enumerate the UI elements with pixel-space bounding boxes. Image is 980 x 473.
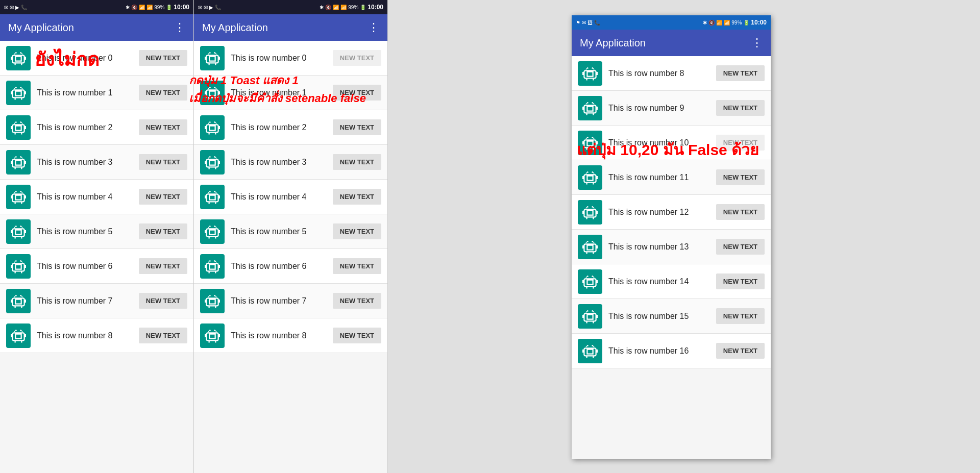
list-item: This is row number 6NEW TEXT xyxy=(0,249,193,284)
app-title-1: My Application xyxy=(8,22,74,34)
new-text-button[interactable]: NEW TEXT xyxy=(139,189,187,205)
wifi-icon-3: 📶 xyxy=(716,20,722,26)
android-icon xyxy=(578,339,602,363)
new-text-button[interactable]: NEW TEXT xyxy=(716,343,765,359)
phone-screen-3: ⚑ ✉ 🖼 📞 ✱ 🔇 📶 📶 99% 🔋 10:00 My Applicati… xyxy=(572,15,771,459)
new-text-button[interactable]: NEW TEXT xyxy=(333,154,381,170)
android-icon xyxy=(6,323,31,348)
list-item: This is row number 12NEW TEXT xyxy=(572,195,771,230)
status-right-icons-1: ✱ 🔇 📶 📶 99% 🔋 10:00 xyxy=(126,4,189,11)
new-text-button[interactable]: NEW TEXT xyxy=(139,223,187,239)
new-text-button[interactable]: NEW TEXT xyxy=(716,100,765,116)
envelope-icon-2: ✉ xyxy=(198,5,202,10)
item-text: This is row number 6 xyxy=(231,262,333,271)
item-text: This is row number 8 xyxy=(608,69,716,78)
new-text-button[interactable]: NEW TEXT xyxy=(716,273,765,289)
list-container-2: This is row number 0NEW TEXT This is row… xyxy=(194,41,387,473)
new-text-button[interactable]: NEW TEXT xyxy=(139,258,187,274)
message-icon: ✉ xyxy=(10,5,14,10)
item-text: This is row number 15 xyxy=(608,312,716,321)
android-icon xyxy=(578,61,602,86)
list-item: This is row number 2NEW TEXT xyxy=(194,110,387,145)
item-text: This is row number 1 xyxy=(231,88,333,97)
bluetooth-icon: ✱ xyxy=(126,5,130,10)
new-text-button[interactable]: NEW TEXT xyxy=(139,154,187,170)
app-title-3: My Application xyxy=(580,37,646,49)
new-text-button[interactable]: NEW TEXT xyxy=(333,119,381,135)
list-item: This is row number 5NEW TEXT xyxy=(0,214,193,249)
new-text-button[interactable]: NEW TEXT xyxy=(333,223,381,239)
app-bar-3: My Application ⋮ xyxy=(572,30,771,56)
list-item: This is row number 3NEW TEXT xyxy=(194,145,387,180)
volume-icon: 🔇 xyxy=(131,5,137,10)
item-text: This is row number 4 xyxy=(37,192,139,202)
signal-icon-2: 📶 xyxy=(340,5,347,10)
android-icon xyxy=(6,185,31,209)
list-container-1: This is row number 0NEW TEXT This is row… xyxy=(0,41,193,473)
new-text-button[interactable]: NEW TEXT xyxy=(139,293,187,309)
new-text-button[interactable]: NEW TEXT xyxy=(333,328,381,343)
item-text: This is row number 4 xyxy=(231,192,333,202)
main-wrapper: ✉ ✉ ▶ 📞 ✱ 🔇 📶 📶 99% 🔋 10:00 My Applicati… xyxy=(0,0,980,473)
android-icon xyxy=(578,269,602,294)
signal-icon-3: 📶 xyxy=(724,20,730,26)
new-text-button[interactable]: NEW TEXT xyxy=(716,169,765,185)
new-text-button[interactable]: NEW TEXT xyxy=(139,119,187,135)
list-item: This is row number 14NEW TEXT xyxy=(572,264,771,299)
android-icon xyxy=(6,46,31,70)
item-text: This is row number 10 xyxy=(608,138,716,147)
android-icon xyxy=(578,304,602,329)
phone-icon: 📞 xyxy=(21,5,27,10)
list-item: This is row number 4NEW TEXT xyxy=(0,180,193,214)
list-item: This is row number 9NEW TEXT xyxy=(572,91,771,126)
battery-icon-2: 🔋 xyxy=(360,5,366,10)
list-item: This is row number 5NEW TEXT xyxy=(194,214,387,249)
menu-icon-1[interactable]: ⋮ xyxy=(174,21,185,34)
new-text-button[interactable]: NEW TEXT xyxy=(716,308,765,324)
menu-icon-3[interactable]: ⋮ xyxy=(751,36,763,49)
menu-icon-2[interactable]: ⋮ xyxy=(368,21,379,34)
android-icon xyxy=(6,219,31,244)
android-icon xyxy=(6,254,31,279)
new-text-button[interactable]: NEW TEXT xyxy=(139,85,187,101)
time-2: 10:00 xyxy=(368,4,383,11)
new-text-button[interactable]: NEW TEXT xyxy=(716,239,765,255)
item-text: This is row number 3 xyxy=(231,158,333,167)
new-text-button[interactable]: NEW TEXT xyxy=(333,85,381,101)
item-text: This is row number 2 xyxy=(231,123,333,132)
android-icon xyxy=(200,46,225,70)
list-container-3: This is row number 8NEW TEXT This is row… xyxy=(572,56,771,459)
battery-icon: 🔋 xyxy=(166,5,172,10)
list-item: This is row number 7NEW TEXT xyxy=(0,284,193,318)
android-icon xyxy=(200,150,225,175)
status-right-icons-2: ✱ 🔇 📶 📶 99% 🔋 10:00 xyxy=(320,4,383,11)
item-text: This is row number 7 xyxy=(231,296,333,306)
item-text: This is row number 6 xyxy=(37,262,139,271)
new-text-button[interactable]: NEW TEXT xyxy=(333,293,381,309)
phone-icon-3: 📞 xyxy=(594,20,600,26)
android-icon xyxy=(200,81,225,105)
new-text-button[interactable]: NEW TEXT xyxy=(333,189,381,205)
item-text: This is row number 14 xyxy=(608,277,716,286)
list-item: This is row number 0NEW TEXT xyxy=(194,41,387,76)
new-text-button[interactable]: NEW TEXT xyxy=(333,258,381,274)
wifi-icon-2: 📶 xyxy=(333,5,339,10)
android-icon xyxy=(200,254,225,279)
status-left-icons-1: ✉ ✉ ▶ 📞 xyxy=(4,5,27,10)
new-text-button[interactable]: NEW TEXT xyxy=(139,328,187,343)
android-icon xyxy=(6,289,31,313)
android-icon xyxy=(6,81,31,105)
list-item: This is row number 2NEW TEXT xyxy=(0,110,193,145)
item-text: This is row number 0 xyxy=(231,54,333,63)
phone-screen-2: ✉ ✉ ▶ 📞 ✱ 🔇 📶 📶 99% 🔋 10:00 My Applicati… xyxy=(194,0,388,473)
item-text: This is row number 16 xyxy=(608,346,716,356)
new-text-button: NEW TEXT xyxy=(716,135,765,151)
android-icon xyxy=(578,200,602,225)
status-bar-2: ✉ ✉ ▶ 📞 ✱ 🔇 📶 📶 99% 🔋 10:00 xyxy=(194,0,387,14)
new-text-button[interactable]: NEW TEXT xyxy=(716,204,765,220)
item-text: This is row number 3 xyxy=(37,158,139,167)
android-icon xyxy=(200,185,225,209)
status-bar-1: ✉ ✉ ▶ 📞 ✱ 🔇 📶 📶 99% 🔋 10:00 xyxy=(0,0,193,14)
new-text-button[interactable]: NEW TEXT xyxy=(716,65,765,81)
new-text-button[interactable]: NEW TEXT xyxy=(139,50,187,66)
